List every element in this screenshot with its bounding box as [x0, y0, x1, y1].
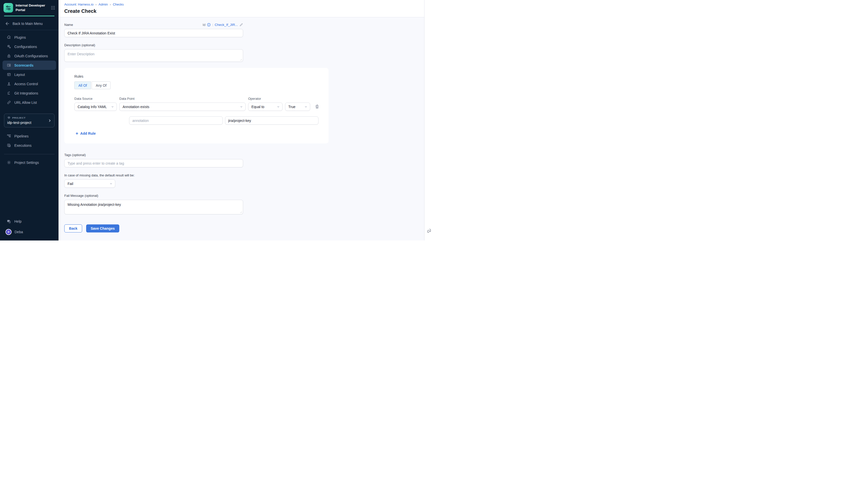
sidebar: Internal Developer Portal Back to Main M… — [0, 0, 59, 241]
delete-rule-button[interactable] — [313, 102, 319, 111]
breadcrumb-checks-link[interactable]: Checks — [113, 2, 124, 6]
layout-icon — [6, 72, 11, 77]
edit-pencil-icon[interactable] — [239, 23, 243, 27]
link-icon — [6, 100, 11, 105]
chevron-down-icon — [240, 105, 243, 108]
gears-icon — [6, 44, 11, 49]
brand: Internal Developer Portal — [0, 0, 59, 15]
data-source-value: Catalog Info YAML — [78, 105, 107, 109]
sidebar-item-layout[interactable]: Layout — [0, 70, 59, 79]
default-result-select[interactable]: Fail — [64, 179, 115, 188]
sidebar-item-label: Layout — [14, 72, 25, 77]
sidebar-item-label: Configurations — [14, 45, 37, 49]
sidebar-item-label: URL Allow List — [14, 100, 37, 104]
fail-message-label: Fail Message (optional) — [64, 194, 243, 198]
rule-row: Data Source Catalog Info YAML Data Point… — [74, 97, 318, 111]
sidebar-item-help[interactable]: ? Help — [0, 217, 59, 226]
back-to-main-menu[interactable]: Back to Main Menu — [0, 16, 59, 30]
avatar: D — [5, 229, 11, 235]
description-label: Description (optional) — [64, 43, 243, 47]
save-changes-button[interactable]: Save Changes — [86, 224, 119, 233]
fail-message-textarea[interactable]: Missing Annotation jira/project-key — [64, 200, 243, 214]
user-menu[interactable]: D Deba — [0, 226, 59, 237]
breadcrumb-account-link[interactable]: Account: Harness.io — [64, 2, 93, 6]
form-actions: Back Save Changes — [64, 224, 243, 233]
stack-icon — [7, 116, 10, 119]
sidebar-footer: ? Help D Deba — [0, 217, 59, 241]
data-source-select[interactable]: Catalog Info YAML — [74, 102, 117, 111]
data-point-value: Annotation exists — [123, 105, 149, 109]
back-button[interactable]: Back — [64, 224, 82, 233]
description-textarea[interactable] — [64, 49, 243, 62]
breadcrumb-admin-link[interactable]: Admin — [98, 2, 108, 6]
id-separator: : — [212, 23, 213, 27]
operand-value: True — [288, 105, 296, 109]
operator-label: Operator — [248, 97, 283, 100]
sidebar-item-pipelines[interactable]: Pipelines — [0, 131, 59, 141]
chevron-right-icon — [48, 119, 52, 122]
chevron-down-icon — [110, 182, 113, 185]
admin-menu: Plugins Configurations OAuth Configurati… — [0, 30, 59, 107]
id-label: Id — [203, 23, 206, 27]
toggle-any-of[interactable]: Any Of — [92, 82, 111, 89]
sidebar-item-plugins[interactable]: Plugins — [0, 33, 59, 42]
app-grid-icon[interactable] — [51, 6, 55, 10]
breadcrumb: Account: Harness.io › Admin › Checks — [64, 2, 424, 6]
operator-value: Equal to — [251, 105, 264, 109]
info-icon[interactable] — [207, 23, 211, 27]
name-input[interactable] — [64, 29, 243, 37]
chevron-down-icon — [304, 105, 307, 108]
puzzle-icon — [6, 35, 11, 40]
support-chat-icon[interactable] — [427, 228, 432, 234]
back-label: Back to Main Menu — [12, 22, 43, 26]
operator-select[interactable]: Equal to — [248, 102, 283, 111]
page-header: Account: Harness.io › Admin › Checks Cre… — [59, 0, 424, 17]
add-rule-label: Add Rule — [81, 131, 96, 136]
chevron-down-icon — [277, 105, 280, 108]
entity-id-link[interactable]: Check_If_JIR... — [215, 23, 238, 27]
project-label: PROJECT — [12, 116, 26, 119]
sidebar-item-git-integrations[interactable]: Git Integrations — [0, 88, 59, 98]
add-rule-button[interactable]: + Add Rule — [75, 131, 96, 136]
arrow-left-icon — [5, 21, 9, 26]
create-check-form: Name Id : Check_If_JIR... — [59, 17, 424, 241]
scorecard-icon — [6, 63, 11, 68]
sidebar-item-label: Access Control — [14, 82, 38, 86]
sidebar-item-access-control[interactable]: Access Control — [0, 79, 59, 88]
sidebar-item-label: Help — [14, 219, 22, 223]
project-name: idp-test-project — [7, 121, 51, 125]
sidebar-item-project-settings[interactable]: Project Settings — [0, 158, 59, 167]
sidebar-item-url-allow-list[interactable]: URL Allow List — [0, 98, 59, 107]
sidebar-item-configurations[interactable]: Configurations — [0, 42, 59, 51]
right-rail — [424, 0, 434, 241]
sidebar-item-label: Pipelines — [14, 134, 29, 138]
plus-icon: + — [75, 131, 79, 136]
tags-label: Tags (optional) — [64, 153, 243, 157]
help-chat-icon: ? — [6, 219, 11, 224]
pipeline-icon — [6, 134, 11, 139]
play-icon — [6, 143, 11, 148]
data-source-label: Data Source — [74, 97, 117, 100]
app-window: Internal Developer Portal Back to Main M… — [0, 0, 434, 241]
idp-logo-icon — [3, 3, 13, 12]
sidebar-item-oauth-configurations[interactable]: OAuth Configurations — [0, 51, 59, 61]
chevron-down-icon — [111, 105, 114, 108]
sidebar-item-label: Project Settings — [14, 160, 39, 164]
data-point-select[interactable]: Annotation exists — [119, 102, 246, 111]
chevron-right-icon: › — [95, 3, 96, 6]
annotation-value-input[interactable] — [225, 116, 319, 125]
svg-text:?: ? — [8, 220, 9, 222]
gear-icon — [6, 160, 11, 165]
entity-id-block: Id : Check_If_JIR... — [203, 23, 243, 27]
toggle-all-of[interactable]: All Of — [74, 82, 91, 89]
rules-label: Rules — [74, 74, 318, 79]
chevron-right-icon: › — [110, 3, 111, 6]
project-selector[interactable]: PROJECT idp-test-project — [4, 114, 55, 127]
sidebar-item-executions[interactable]: Executions — [0, 141, 59, 150]
default-result-value: Fail — [68, 182, 73, 186]
sidebar-item-label: Git Integrations — [14, 91, 38, 95]
sidebar-item-label: Scorecards — [14, 63, 33, 67]
tags-input[interactable] — [64, 159, 243, 168]
sidebar-item-scorecards[interactable]: Scorecards — [2, 61, 56, 70]
operand-select[interactable]: True — [285, 102, 310, 111]
